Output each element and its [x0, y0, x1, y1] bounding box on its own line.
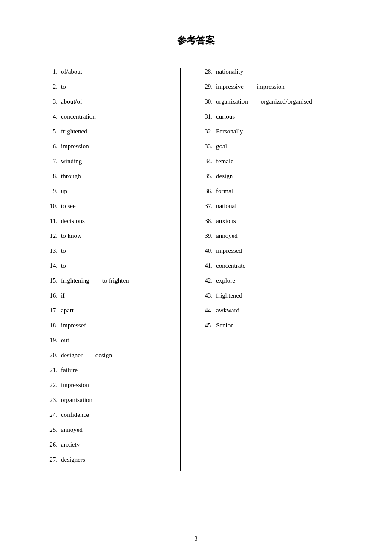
item-number: 10.: [43, 202, 58, 210]
item-number: 20.: [43, 352, 58, 359]
item-content: to: [61, 247, 66, 254]
list-item: 40.impressed: [198, 247, 349, 254]
item-value: design: [95, 352, 112, 359]
list-item: 5.frightened: [43, 128, 172, 135]
item-content: impressed: [216, 247, 242, 254]
list-item: 22.impression: [43, 382, 172, 389]
item-value: goal: [216, 143, 227, 150]
item-content: through: [61, 173, 81, 180]
list-item: 6.impression: [43, 143, 172, 150]
item-number: 8.: [43, 173, 58, 180]
item-number: 11.: [43, 217, 58, 225]
item-number: 2.: [43, 83, 58, 90]
item-value: through: [61, 173, 81, 180]
item-content: formal: [216, 188, 233, 195]
item-number: 37.: [198, 202, 213, 210]
list-item: 1.of/about: [43, 68, 172, 75]
item-value: explore: [216, 277, 235, 284]
item-content: to see: [61, 202, 76, 210]
list-item: 39.annoyed: [198, 232, 349, 240]
list-item: 35.design: [198, 173, 349, 180]
item-number: 4.: [43, 113, 58, 120]
item-number: 38.: [198, 217, 213, 225]
list-item: 18.impressed: [43, 322, 172, 329]
item-number: 43.: [198, 292, 213, 299]
item-value: frightened: [61, 128, 87, 135]
item-value: impressive: [216, 83, 244, 90]
item-content: to know: [61, 232, 82, 240]
item-content: annoyed: [61, 426, 83, 434]
item-content: if: [61, 292, 65, 299]
item-number: 30.: [198, 98, 213, 105]
item-number: 29.: [198, 83, 213, 90]
list-item: 23.organisation: [43, 396, 172, 404]
item-number: 31.: [198, 113, 213, 120]
item-number: 19.: [43, 337, 58, 344]
item-value: Senior: [216, 322, 233, 329]
item-value: if: [61, 292, 65, 299]
list-item: 34.female: [198, 158, 349, 165]
item-number: 24.: [43, 411, 58, 419]
list-item: 41.concentrate: [198, 262, 349, 269]
list-item: 24.confidence: [43, 411, 172, 419]
list-item: 25.annoyed: [43, 426, 172, 434]
item-number: 32.: [198, 128, 213, 135]
list-item: 10.to see: [43, 202, 172, 210]
item-content: anxious: [216, 217, 236, 225]
list-item: 2.to: [43, 83, 172, 90]
item-value: anxious: [216, 217, 236, 225]
item-number: 26.: [43, 441, 58, 448]
left-column: 1.of/about2.to3.about/of4.concentration5…: [43, 68, 181, 471]
list-item: 29.impressiveimpression: [198, 83, 349, 90]
item-content: confidence: [61, 411, 89, 419]
item-content: about/of: [61, 98, 82, 105]
item-value: organization: [216, 98, 248, 105]
item-content: anxiety: [61, 441, 80, 448]
item-content: frightened: [216, 292, 242, 299]
item-content: goal: [216, 143, 227, 150]
list-item: 20.designerdesign: [43, 352, 172, 359]
item-number: 34.: [198, 158, 213, 165]
item-content: decisions: [61, 217, 85, 225]
item-number: 21.: [43, 367, 58, 374]
item-content: frightened: [61, 128, 87, 135]
item-value: decisions: [61, 217, 85, 225]
item-value: annoyed: [216, 232, 238, 240]
item-value: of/about: [61, 68, 82, 75]
content-area: 1.of/about2.to3.about/of4.concentration5…: [43, 68, 349, 471]
item-number: 18.: [43, 322, 58, 329]
item-value: about/of: [61, 98, 82, 105]
item-number: 14.: [43, 262, 58, 269]
item-value: national: [216, 202, 236, 210]
list-item: 8.through: [43, 173, 172, 180]
list-item: 43.frightened: [198, 292, 349, 299]
item-value: out: [61, 337, 69, 344]
item-value: to frighten: [102, 277, 129, 284]
item-value: to see: [61, 202, 76, 210]
item-number: 15.: [43, 277, 58, 284]
item-number: 28.: [198, 68, 213, 75]
list-item: 4.concentration: [43, 113, 172, 120]
item-content: designerdesign: [61, 352, 112, 359]
item-value: curious: [216, 113, 235, 120]
item-content: Senior: [216, 322, 233, 329]
list-item: 36.formal: [198, 188, 349, 195]
item-number: 36.: [198, 188, 213, 195]
item-content: frighteningto frighten: [61, 277, 129, 284]
item-number: 41.: [198, 262, 213, 269]
item-number: 3.: [43, 98, 58, 105]
item-value: frightening: [61, 277, 89, 284]
item-value: concentration: [61, 113, 96, 120]
item-content: to: [61, 262, 66, 269]
list-item: 12.to know: [43, 232, 172, 240]
item-content: explore: [216, 277, 235, 284]
item-content: annoyed: [216, 232, 238, 240]
item-value: organisation: [61, 396, 92, 404]
list-item: 21.failure: [43, 367, 172, 374]
list-item: 7.winding: [43, 158, 172, 165]
item-value: impressed: [216, 247, 242, 254]
item-number: 39.: [198, 232, 213, 240]
item-value: apart: [61, 307, 74, 314]
item-value: awkward: [216, 307, 239, 314]
item-content: national: [216, 202, 236, 210]
